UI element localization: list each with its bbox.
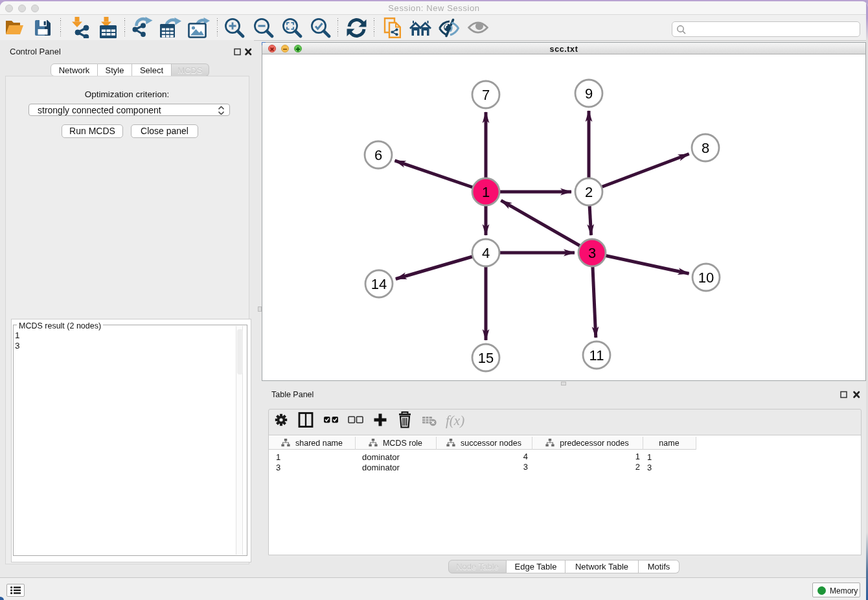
svg-text:2: 2 <box>585 184 593 200</box>
svg-text:6: 6 <box>374 147 382 163</box>
svg-text:f(x): f(x) <box>446 413 464 428</box>
svg-text:9: 9 <box>585 86 593 102</box>
svg-text:15: 15 <box>478 350 494 366</box>
svg-text:4: 4 <box>482 245 490 261</box>
svg-text:3: 3 <box>588 245 596 261</box>
svg-text:8: 8 <box>702 140 709 156</box>
svg-text:10: 10 <box>698 270 714 286</box>
svg-text:7: 7 <box>482 87 490 103</box>
svg-text:14: 14 <box>371 276 387 292</box>
svg-text:11: 11 <box>589 347 604 363</box>
svg-text:1: 1 <box>482 184 490 200</box>
